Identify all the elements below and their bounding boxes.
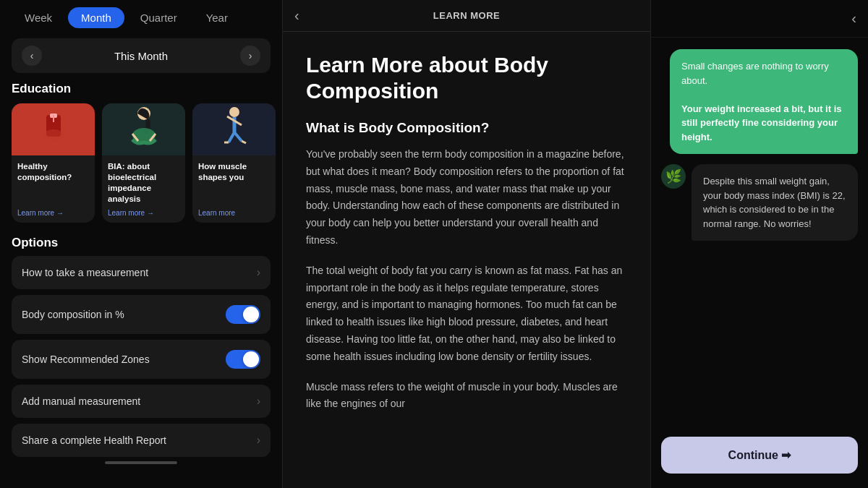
article-back-button[interactable]: ‹ xyxy=(294,7,299,24)
option-add-measurement[interactable]: Add manual measurement › xyxy=(12,385,271,418)
option-health-report[interactable]: Share a complete Health Report › xyxy=(12,424,271,457)
toggle-knob xyxy=(243,307,259,322)
edu-card-3-image xyxy=(192,103,276,155)
right-panel: ‹ Small changes are nothing to worry abo… xyxy=(651,0,868,488)
option-health-report-arrow: › xyxy=(257,434,260,447)
edu-card-3[interactable]: How muscle shapes you Learn more xyxy=(192,103,276,223)
chat-bubble-green-line2: Your weight increased a bit, but it is s… xyxy=(681,103,842,142)
article-p1: You've probably seen the term body compo… xyxy=(306,146,627,249)
article-h1: Learn More about Body Composition xyxy=(306,52,627,104)
show-zones-toggle[interactable] xyxy=(226,350,260,369)
scroll-indicator xyxy=(0,457,282,471)
article-p2: The total weight of body fat you carry i… xyxy=(306,262,627,366)
edu-card-1-title: Healthy composition? xyxy=(17,161,89,183)
options-list: How to take a measurement › Body composi… xyxy=(0,256,282,457)
option-how-to-measure-arrow: › xyxy=(257,266,260,279)
edu-card-2-link[interactable]: Learn more → xyxy=(108,209,179,217)
chat-row-bot: 🌿 Despite this small weight gain, your b… xyxy=(661,164,858,241)
edu-card-2-title: BIA: about bioelectrical impedance analy… xyxy=(108,161,179,205)
article-content: Learn More about Body Composition What i… xyxy=(283,32,650,488)
option-add-measurement-label: Add manual measurement xyxy=(22,395,140,407)
prev-month-button[interactable]: ‹ xyxy=(22,46,42,66)
options-section-title: Options xyxy=(12,236,271,250)
chat-bubble-dark: Despite this small weight gain, your bod… xyxy=(692,164,858,241)
continue-btn-wrap: Continue ➡ xyxy=(651,425,868,488)
edu-card-1[interactable]: Healthy composition? Learn more → xyxy=(12,103,95,223)
option-health-report-label: Share a complete Health Report xyxy=(22,435,166,446)
month-label: This Month xyxy=(114,50,168,62)
tab-week[interactable]: Week xyxy=(12,7,65,28)
right-header: ‹ xyxy=(651,0,868,38)
edu-card-3-title: How muscle shapes you xyxy=(198,161,270,183)
body-composition-toggle[interactable] xyxy=(226,305,260,324)
article-header: ‹ LEARN MORE xyxy=(283,0,650,32)
tab-bar: Week Month Quarter Year xyxy=(0,0,282,35)
month-navigator: ‹ This Month › xyxy=(12,38,271,73)
edu-card-2[interactable]: BIA: about bioelectrical impedance analy… xyxy=(102,103,185,223)
option-how-to-measure[interactable]: How to take a measurement › xyxy=(12,256,271,289)
next-month-button[interactable]: › xyxy=(240,46,260,66)
chat-bubble-green-line1: Small changes are nothing to worry about… xyxy=(681,61,829,86)
option-how-to-measure-label: How to take a measurement xyxy=(22,267,148,278)
edu-card-2-image xyxy=(102,103,185,155)
svg-line-12 xyxy=(229,132,234,142)
svg-line-13 xyxy=(234,132,242,141)
toggle-knob-2 xyxy=(243,351,259,367)
continue-button[interactable]: Continue ➡ xyxy=(661,437,858,474)
edu-card-1-image xyxy=(12,103,95,155)
tab-year[interactable]: Year xyxy=(193,7,241,28)
svg-point-1 xyxy=(43,129,64,141)
left-panel: Week Month Quarter Year ‹ This Month › E… xyxy=(0,0,282,488)
option-show-zones[interactable]: Show Recommended Zones xyxy=(12,340,271,379)
option-add-measurement-arrow: › xyxy=(257,395,260,408)
right-back-button[interactable]: ‹ xyxy=(851,10,856,27)
chat-area: Small changes are nothing to worry about… xyxy=(651,38,868,425)
edu-card-3-link[interactable]: Learn more xyxy=(198,209,270,217)
option-body-composition-label: Body composition in % xyxy=(22,309,124,320)
article-h2: What is Body Composition? xyxy=(306,120,627,136)
option-show-zones-label: Show Recommended Zones xyxy=(22,354,150,365)
tab-quarter[interactable]: Quarter xyxy=(127,7,190,28)
chat-bubble-green: Small changes are nothing to worry about… xyxy=(670,49,858,154)
article-p3: Muscle mass refers to the weight of musc… xyxy=(306,379,627,414)
article-header-title: LEARN MORE xyxy=(433,10,500,21)
bot-avatar: 🌿 xyxy=(661,164,686,189)
svg-line-15 xyxy=(242,141,246,143)
education-cards: Healthy composition? Learn more → xyxy=(0,103,282,223)
middle-panel: ‹ LEARN MORE Learn More about Body Compo… xyxy=(282,0,651,488)
bot-emoji: 🌿 xyxy=(665,168,681,184)
education-section-title: Education xyxy=(12,82,271,96)
svg-point-8 xyxy=(229,107,239,117)
edu-card-1-link[interactable]: Learn more → xyxy=(17,209,89,217)
tab-month[interactable]: Month xyxy=(68,7,124,28)
option-body-composition[interactable]: Body composition in % xyxy=(12,295,271,334)
